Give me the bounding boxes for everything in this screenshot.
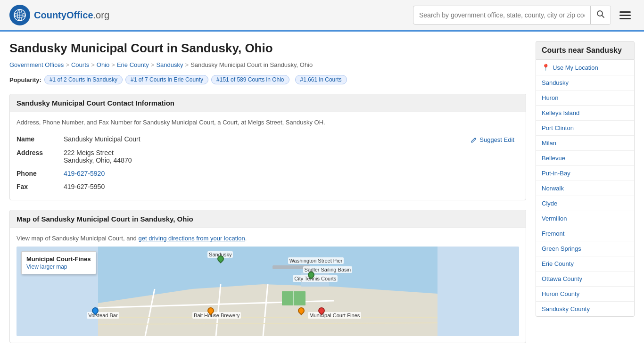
- contact-section: Sandusky Municipal Court Contact Informa…: [9, 94, 526, 200]
- sidebar-item-use-location[interactable]: 📍 Use My Location: [536, 60, 634, 75]
- sidebar-item-sandusky[interactable]: Sandusky: [536, 75, 634, 90]
- sidebar-item-bellevue[interactable]: Bellevue: [536, 151, 634, 166]
- sidebar-item-clyde[interactable]: Clyde: [536, 196, 634, 211]
- contact-description: Address, Phone Number, and Fax Number fo…: [17, 119, 519, 126]
- pop-badge-0: #1 of 2 Courts in Sandusky: [44, 75, 123, 84]
- sidebar-link-huron[interactable]: Huron: [536, 90, 634, 105]
- logo-icon: [9, 5, 30, 25]
- breadcrumb-sep-5: >: [185, 61, 189, 68]
- phone-label: Phone: [17, 167, 64, 180]
- popularity-label: Popularity:: [9, 76, 41, 83]
- sidebar-item-huron-county[interactable]: Huron County: [536, 287, 634, 302]
- map-description: View map of Sandusky Municipal Court, an…: [17, 235, 519, 242]
- sidebar-link-huron-county[interactable]: Huron County: [536, 287, 634, 301]
- sidebar-link-vermilion[interactable]: Vermilion: [536, 211, 634, 226]
- breadcrumb-sep-3: >: [111, 61, 115, 68]
- logo-area: CountyOffice.org: [9, 5, 109, 25]
- breadcrumb-sep-2: >: [91, 61, 95, 68]
- sidebar-item-norwalk[interactable]: Norwalk: [536, 181, 634, 196]
- breadcrumb-courts[interactable]: Courts: [71, 61, 89, 68]
- table-row-name: Name Sandusky Municipal Court Suggest Ed…: [17, 132, 519, 146]
- popularity-row: Popularity: #1 of 2 Courts in Sandusky #…: [9, 75, 526, 84]
- sidebar-link-milan[interactable]: Milan: [536, 136, 634, 150]
- sidebar-item-green-springs[interactable]: Green Springs: [536, 241, 634, 256]
- pop-badge-2: #151 of 589 Courts in Ohio: [211, 75, 289, 84]
- svg-rect-16: [301, 272, 329, 287]
- map-infobox: Municipal Court-Fines View larger map: [21, 251, 96, 274]
- address-value: 222 Meigs Street Sandusky, Ohio, 44870: [64, 146, 519, 167]
- contact-section-body: Address, Phone Number, and Fax Number fo…: [10, 112, 526, 200]
- menu-button[interactable]: [616, 9, 635, 21]
- map-section-header: Map of Sandusky Municipal Court in Sandu…: [10, 210, 526, 228]
- page-title: Sandusky Municipal Court in Sandusky, Oh…: [9, 41, 526, 56]
- sidebar-link-port-clinton[interactable]: Port Clinton: [536, 121, 634, 135]
- sidebar-list: 📍 Use My Location Sandusky Huron Kelleys…: [536, 60, 635, 317]
- phone-link[interactable]: 419-627-5920: [64, 170, 105, 177]
- table-row-address: Address 222 Meigs Street Sandusky, Ohio,…: [17, 146, 519, 167]
- sidebar-link-norwalk[interactable]: Norwalk: [536, 181, 634, 196]
- svg-line-6: [602, 16, 604, 18]
- breadcrumb-ohio[interactable]: Ohio: [97, 61, 109, 68]
- content-area: Sandusky Municipal Court in Sandusky, Oh…: [9, 41, 526, 353]
- sidebar-item-ottawa-county[interactable]: Ottawa County: [536, 272, 634, 287]
- name-value: Sandusky Municipal Court Suggest Edit: [64, 132, 519, 146]
- search-input[interactable]: [413, 8, 590, 23]
- sidebar-item-erie-county[interactable]: Erie County: [536, 256, 634, 272]
- location-pin-icon: 📍: [542, 64, 550, 71]
- sidebar-link-clyde[interactable]: Clyde: [536, 196, 634, 211]
- suggest-edit-button[interactable]: Suggest Edit: [471, 136, 514, 143]
- breadcrumb-govt-offices[interactable]: Government Offices: [9, 61, 64, 68]
- breadcrumb: Government Offices > Courts > Ohio > Eri…: [9, 61, 526, 68]
- map-section-body: View map of Sandusky Municipal Court, an…: [10, 228, 526, 343]
- sidebar-link-put-in-bay[interactable]: Put-in-Bay: [536, 166, 634, 181]
- sidebar-item-port-clinton[interactable]: Port Clinton: [536, 121, 634, 136]
- main-wrapper: Sandusky Municipal Court in Sandusky, Oh…: [0, 32, 644, 353]
- sidebar-link-kelleys[interactable]: Kelleys Island: [536, 106, 634, 120]
- map-placeholder[interactable]: Municipal Court-Fines View larger map Sa…: [17, 247, 519, 336]
- search-button[interactable]: [590, 6, 611, 24]
- sidebar-link-sandusky[interactable]: Sandusky: [536, 75, 634, 90]
- svg-rect-15: [272, 265, 310, 269]
- sidebar-item-milan[interactable]: Milan: [536, 136, 634, 151]
- breadcrumb-sep-4: >: [151, 61, 155, 68]
- sidebar-item-sandusky-county[interactable]: Sandusky County: [536, 302, 634, 316]
- directions-link[interactable]: get driving directions from your locatio…: [138, 235, 245, 242]
- logo-text: CountyOffice.org: [34, 10, 109, 21]
- fax-label: Fax: [17, 180, 64, 193]
- sidebar-link-fremont[interactable]: Fremont: [536, 226, 634, 241]
- table-row-fax: Fax 419-627-5950: [17, 180, 519, 193]
- contact-info-table: Name Sandusky Municipal Court Suggest Ed…: [17, 132, 519, 193]
- header-right: [413, 6, 635, 25]
- sidebar-link-sandusky-county[interactable]: Sandusky County: [536, 302, 634, 316]
- phone-value: 419-627-5920: [64, 167, 519, 180]
- sidebar-link-bellevue[interactable]: Bellevue: [536, 151, 634, 165]
- breadcrumb-sandusky[interactable]: Sandusky: [156, 61, 183, 68]
- pop-badge-1: #1 of 7 Courts in Erie County: [125, 75, 208, 84]
- pop-badge-3: #1,661 in Courts: [295, 75, 347, 84]
- name-label: Name: [17, 132, 64, 146]
- breadcrumb-sep-1: >: [66, 61, 69, 68]
- sidebar-item-kelleys-island[interactable]: Kelleys Island: [536, 106, 634, 121]
- map-section: Map of Sandusky Municipal Court in Sandu…: [9, 210, 526, 343]
- sidebar-title: Courts near Sandusky: [536, 41, 635, 60]
- table-row-phone: Phone 419-627-5920: [17, 167, 519, 180]
- address-label: Address: [17, 146, 64, 167]
- contact-section-header: Sandusky Municipal Court Contact Informa…: [10, 94, 526, 112]
- fax-value: 419-627-5950: [64, 180, 519, 193]
- sidebar-link-erie-county[interactable]: Erie County: [536, 256, 634, 271]
- infobox-title: Municipal Court-Fines: [26, 255, 91, 263]
- sidebar: Courts near Sandusky 📍 Use My Location S…: [536, 41, 635, 353]
- sidebar-item-vermilion[interactable]: Vermilion: [536, 211, 634, 226]
- sidebar-item-put-in-bay[interactable]: Put-in-Bay: [536, 166, 634, 181]
- search-bar: [413, 6, 611, 25]
- site-header: CountyOffice.org: [0, 0, 644, 32]
- use-location-link[interactable]: 📍 Use My Location: [536, 60, 634, 75]
- view-larger-map-link[interactable]: View larger map: [26, 263, 67, 270]
- sidebar-item-huron[interactable]: Huron: [536, 90, 634, 106]
- breadcrumb-current: Sandusky Municipal Court in Sandusky, Oh…: [190, 61, 313, 68]
- sidebar-item-fremont[interactable]: Fremont: [536, 226, 634, 241]
- breadcrumb-erie-county[interactable]: Erie County: [117, 61, 149, 68]
- sidebar-link-green-springs[interactable]: Green Springs: [536, 241, 634, 256]
- sidebar-link-ottawa-county[interactable]: Ottawa County: [536, 272, 634, 286]
